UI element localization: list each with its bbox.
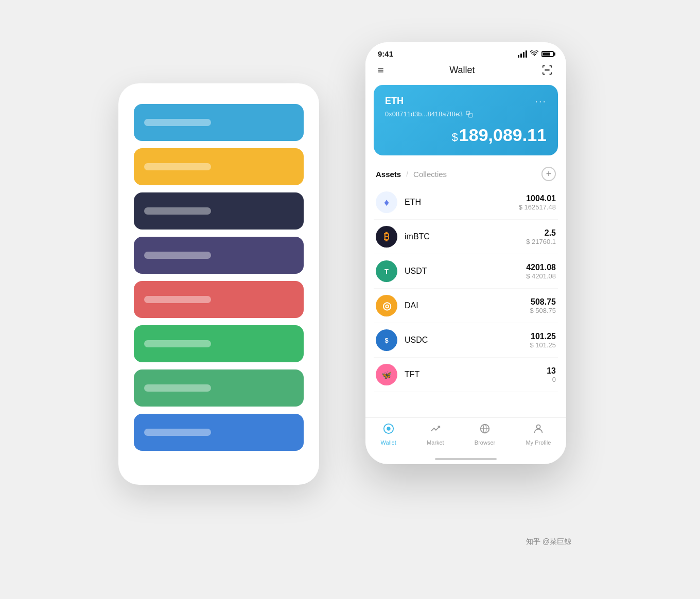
home-indicator [435, 458, 497, 460]
card-label-8 [144, 429, 211, 436]
card-label-7 [144, 384, 211, 392]
scan-button[interactable] [540, 63, 554, 77]
asset-amount-dai: 508.75 [530, 297, 556, 307]
wallet-card-7[interactable] [134, 369, 304, 407]
wallet-card-6[interactable] [134, 325, 304, 362]
page-title: Wallet [449, 65, 475, 76]
svg-point-4 [387, 427, 390, 430]
nav-icon-market [430, 423, 441, 437]
asset-row-usdc[interactable]: $ USDC 101.25 $ 101.25 [374, 323, 558, 358]
asset-icon-dai: ◎ [376, 295, 397, 316]
asset-icon-usdt: T [376, 260, 397, 282]
wallet-options-button[interactable]: ··· [535, 95, 547, 107]
asset-amount-imbtc: 2.5 [526, 228, 556, 238]
status-bar: 9:41 [365, 42, 566, 58]
watermark: 知乎 @菜巨鲸 [526, 537, 571, 547]
nav-label-profile: My Profile [526, 439, 551, 446]
asset-name-usdc: USDC [405, 336, 530, 345]
asset-usd-usdc: $ 101.25 [530, 341, 556, 349]
battery-icon [541, 51, 554, 57]
nav-item-market[interactable]: Market [427, 423, 444, 446]
asset-icon-eth: ♦ [376, 191, 397, 213]
assets-tabs: Assets / Collecties [376, 170, 447, 179]
card-label-5 [144, 296, 211, 303]
wallet-card-4[interactable] [134, 237, 304, 274]
asset-amount-usdc: 101.25 [530, 332, 556, 341]
wallet-balance: $189,089.11 [385, 125, 547, 145]
menu-icon[interactable]: ≡ [378, 64, 384, 76]
assets-header: Assets / Collecties + [365, 160, 566, 185]
asset-name-tft: TFT [405, 370, 547, 379]
nav-label-wallet: Wallet [381, 439, 396, 446]
status-time: 9:41 [378, 49, 393, 58]
phone-front: 9:41 ≡ W [365, 42, 566, 464]
asset-icon-imbtc: ₿ [376, 226, 397, 248]
nav-label-browser: Browser [475, 439, 495, 446]
asset-amounts-usdt: 4201.08 $ 4201.08 [526, 263, 556, 280]
asset-row-usdt[interactable]: T USDT 4201.08 $ 4201.08 [374, 254, 558, 289]
asset-amounts-tft: 13 0 [547, 366, 556, 383]
signal-icon [518, 50, 527, 58]
tab-collectibles[interactable]: Collecties [413, 170, 447, 179]
asset-amounts-imbtc: 2.5 $ 21760.1 [526, 228, 556, 245]
wallet-card-2[interactable] [134, 148, 304, 185]
card-label-6 [144, 340, 211, 347]
wallet-card-5[interactable] [134, 281, 304, 318]
wallet-card-8[interactable] [134, 414, 304, 451]
asset-list: ♦ ETH 1004.01 $ 162517.48 ₿ imBTC 2.5 $ … [365, 185, 566, 417]
nav-icon-wallet [383, 423, 394, 437]
asset-row-eth[interactable]: ♦ ETH 1004.01 $ 162517.48 [374, 185, 558, 220]
asset-amounts-eth: 1004.01 $ 162517.48 [519, 194, 556, 211]
nav-bar: ≡ Wallet [365, 58, 566, 81]
asset-name-dai: DAI [405, 301, 530, 310]
asset-icon-tft: 🦋 [376, 364, 397, 385]
nav-item-profile[interactable]: My Profile [526, 423, 551, 446]
wallet-card-front: ETH ··· 0x08711d3b...8418a7f8e3 $189,089… [374, 85, 558, 155]
bottom-nav: Wallet Market Browser My Profile [365, 417, 566, 456]
nav-label-market: Market [427, 439, 444, 446]
wallet-token-name: ETH [385, 96, 404, 107]
card-label-1 [144, 119, 211, 126]
nav-item-browser[interactable]: Browser [475, 423, 495, 446]
card-label-2 [144, 163, 211, 170]
scene: 9:41 ≡ W [118, 42, 582, 557]
wallet-card-1[interactable] [134, 104, 304, 141]
card-label-3 [144, 207, 211, 215]
asset-amount-usdt: 4201.08 [526, 263, 556, 272]
svg-rect-2 [466, 111, 469, 114]
wallet-card-3[interactable] [134, 192, 304, 230]
add-asset-button[interactable]: + [541, 167, 556, 181]
wallet-card-header: ETH ··· [385, 95, 547, 107]
wallet-address: 0x08711d3b...8418a7f8e3 [385, 110, 547, 118]
asset-icon-usdc: $ [376, 329, 397, 351]
asset-usd-dai: $ 508.75 [530, 307, 556, 314]
nav-icon-browser [479, 423, 491, 437]
phone-back [118, 83, 319, 485]
asset-name-eth: ETH [405, 198, 519, 207]
nav-icon-profile [533, 423, 544, 437]
tab-assets[interactable]: Assets [376, 170, 401, 179]
svg-point-7 [536, 425, 540, 429]
wifi-icon [530, 50, 538, 58]
asset-row-dai[interactable]: ◎ DAI 508.75 $ 508.75 [374, 289, 558, 323]
asset-usd-tft: 0 [547, 376, 556, 383]
tab-divider: / [406, 170, 408, 178]
asset-amounts-usdc: 101.25 $ 101.25 [530, 332, 556, 349]
nav-item-wallet[interactable]: Wallet [381, 423, 396, 446]
asset-usd-imbtc: $ 21760.1 [526, 238, 556, 245]
status-icons [518, 50, 554, 58]
asset-usd-usdt: $ 4201.08 [526, 272, 556, 280]
asset-name-usdt: USDT [405, 267, 526, 276]
asset-amount-eth: 1004.01 [519, 194, 556, 203]
asset-name-imbtc: imBTC [405, 232, 526, 241]
asset-usd-eth: $ 162517.48 [519, 203, 556, 211]
asset-amounts-dai: 508.75 $ 508.75 [530, 297, 556, 314]
asset-amount-tft: 13 [547, 366, 556, 376]
asset-row-imbtc[interactable]: ₿ imBTC 2.5 $ 21760.1 [374, 220, 558, 254]
card-label-4 [144, 252, 211, 259]
svg-rect-1 [468, 113, 472, 117]
asset-row-tft[interactable]: 🦋 TFT 13 0 [374, 358, 558, 392]
